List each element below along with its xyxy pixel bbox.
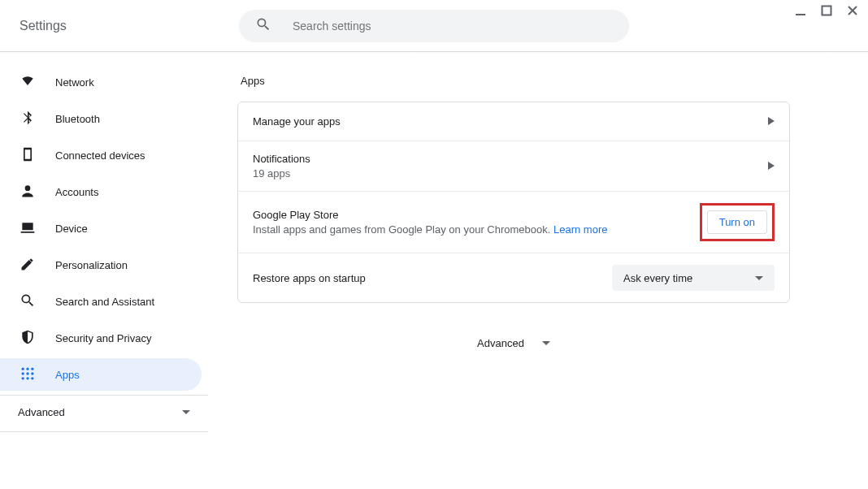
row-restore-apps: Restore apps on startup Ask every time <box>238 253 789 302</box>
main-advanced-label: Advanced <box>477 337 524 349</box>
search-box[interactable] <box>239 10 629 42</box>
sidebar-item-label: Accounts <box>55 186 98 198</box>
search-icon <box>255 16 271 35</box>
row-title: Restore apps on startup <box>253 272 366 284</box>
sidebar-item-label: Search and Assistant <box>55 296 154 308</box>
svg-point-3 <box>26 367 28 370</box>
sidebar-advanced-label: Advanced <box>18 406 65 418</box>
sidebar-item-label: Security and Privacy <box>55 332 152 344</box>
phone-icon <box>20 146 36 165</box>
edit-icon <box>20 256 36 275</box>
chevron-down-icon <box>755 276 763 280</box>
row-title: Google Play Store <box>253 209 607 221</box>
topbar: Settings <box>0 0 868 52</box>
row-google-play-store: Google Play Store Install apps and games… <box>238 192 789 253</box>
svg-point-7 <box>31 372 33 374</box>
row-subtitle-text: Install apps and games from Google Play … <box>253 223 553 236</box>
search-input[interactable] <box>293 19 613 32</box>
sidebar-item-label: Personalization <box>55 259 128 271</box>
sidebar-item-label: Apps <box>55 369 80 381</box>
sidebar-item-label: Network <box>55 76 94 89</box>
svg-point-10 <box>31 377 33 379</box>
sidebar-item-search-assistant[interactable]: Search and Assistant <box>0 285 202 318</box>
svg-point-2 <box>22 367 24 370</box>
chevron-right-icon <box>768 115 775 128</box>
section-title: Apps <box>241 75 790 87</box>
row-manage-apps[interactable]: Manage your apps <box>238 102 789 141</box>
sidebar-item-device[interactable]: Device <box>0 212 202 244</box>
sidebar: Network Bluetooth Connected devices Acco… <box>0 52 208 489</box>
search-icon <box>20 292 36 311</box>
app-title: Settings <box>20 19 67 33</box>
main-advanced-toggle[interactable]: Advanced <box>237 337 790 349</box>
highlight-annotation: Turn on <box>700 203 775 241</box>
sidebar-item-network[interactable]: Network <box>0 66 202 98</box>
row-title: Manage your apps <box>253 115 341 128</box>
sidebar-divider <box>0 431 208 432</box>
sidebar-item-apps[interactable]: Apps <box>0 358 202 391</box>
sidebar-item-label: Device <box>55 223 88 235</box>
svg-point-9 <box>26 377 28 379</box>
select-value: Ask every time <box>623 272 692 284</box>
main-content: Apps Manage your apps Notifications 19 a… <box>208 52 868 489</box>
chevron-right-icon <box>768 160 775 172</box>
person-icon <box>20 183 36 201</box>
svg-point-4 <box>31 367 33 370</box>
restore-apps-select[interactable]: Ask every time <box>612 265 775 291</box>
row-subtitle: Install apps and games from Google Play … <box>253 223 607 236</box>
shield-icon <box>20 329 36 348</box>
chevron-down-icon <box>182 410 190 414</box>
sidebar-item-accounts[interactable]: Accounts <box>0 175 202 208</box>
laptop-icon <box>20 219 36 238</box>
sidebar-item-label: Connected devices <box>55 149 145 162</box>
row-title: Notifications <box>253 153 310 165</box>
row-subtitle: 19 apps <box>253 167 310 180</box>
bluetooth-icon <box>20 110 36 128</box>
chevron-down-icon <box>542 341 550 345</box>
learn-more-link[interactable]: Learn more <box>553 223 607 236</box>
row-notifications[interactable]: Notifications 19 apps <box>238 141 789 192</box>
wifi-icon <box>20 73 36 92</box>
svg-point-8 <box>22 377 24 379</box>
settings-card: Manage your apps Notifications 19 apps G… <box>237 102 790 303</box>
sidebar-item-security-privacy[interactable]: Security and Privacy <box>0 322 202 354</box>
svg-point-5 <box>22 372 24 374</box>
sidebar-advanced-toggle[interactable]: Advanced <box>0 396 208 428</box>
sidebar-item-personalization[interactable]: Personalization <box>0 249 202 281</box>
sidebar-item-label: Bluetooth <box>55 113 100 125</box>
sidebar-item-bluetooth[interactable]: Bluetooth <box>0 102 202 135</box>
apps-grid-icon <box>20 366 36 384</box>
svg-point-6 <box>26 372 28 374</box>
turn-on-button[interactable]: Turn on <box>707 210 767 234</box>
sidebar-item-connected-devices[interactable]: Connected devices <box>0 139 202 171</box>
